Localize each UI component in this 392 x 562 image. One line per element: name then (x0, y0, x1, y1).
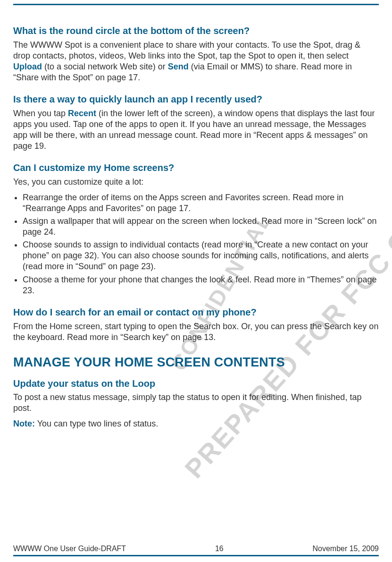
list-item: Choose sounds to assign to individual co… (23, 239, 379, 272)
heading-q4: How do I search for an email or contact … (13, 307, 379, 318)
text: When you tap (13, 109, 68, 118)
footer-rule (13, 555, 379, 556)
text: The WWWW Spot is a convenient place to s… (13, 40, 360, 60)
paragraph-q1: The WWWW Spot is a convenient place to s… (13, 40, 379, 83)
subsection-heading: Update your status on the Loop (13, 378, 379, 389)
paragraph-sub1: To post a new status message, simply tap… (13, 392, 379, 414)
note-label: Note: (13, 419, 35, 428)
text: (to a social network Web site) or (42, 62, 168, 71)
list-item: Assign a wallpaper that will appear on t… (23, 216, 379, 238)
heading-q2: Is there a way to quickly launch an app … (13, 94, 379, 105)
list-item: Rearrange the order of items on the Apps… (23, 192, 379, 214)
footer: WWWW One User Guide-DRAFT 16 November 15… (13, 545, 379, 556)
paragraph-q2: When you tap Recent (in the lower left o… (13, 108, 379, 152)
keyword-send: Send (168, 62, 189, 71)
lead-q3: Yes, you can customize quite a lot: (13, 177, 379, 187)
footer-row: WWWW One User Guide-DRAFT 16 November 15… (13, 545, 379, 555)
list-item: Choose a theme for your phone that chang… (23, 274, 379, 296)
page: PREPARED FOR FCC CERTIFICATION CONFIDENT… (0, 0, 392, 562)
heading-q1: What is the round circle at the bottom o… (13, 25, 379, 37)
heading-q3: Can I customize my Home screens? (13, 162, 379, 174)
note-line: Note: You can type two lines of status. (13, 418, 379, 429)
bullet-list-q3: Rearrange the order of items on the Apps… (13, 192, 379, 296)
content: What is the round circle at the bottom o… (13, 5, 379, 429)
note-text: You can type two lines of status. (35, 419, 158, 428)
paragraph-q4: From the Home screen, start typing to op… (13, 321, 379, 343)
keyword-upload: Upload (13, 62, 42, 71)
footer-date: November 15, 2009 (312, 545, 379, 553)
footer-left: WWWW One User Guide-DRAFT (13, 545, 126, 553)
keyword-recent: Recent (68, 109, 96, 118)
footer-page-number: 16 (215, 545, 224, 553)
section-heading: MANAGE YOUR HOME SCREEN CONTENTS (13, 355, 379, 370)
